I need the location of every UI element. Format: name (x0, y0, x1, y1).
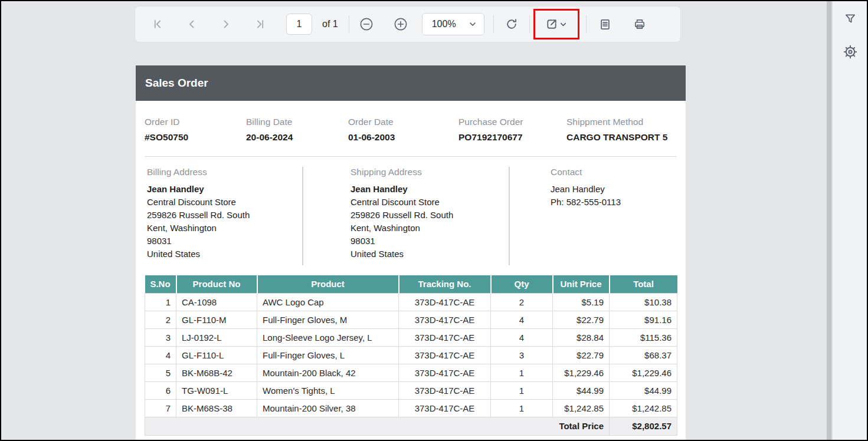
first-page-icon (152, 18, 163, 30)
header-unit-price: Unit Price (553, 275, 610, 293)
table-cell: 3 (491, 346, 553, 364)
table-cell: 373D-417C-AE (399, 364, 491, 381)
chevron-down-icon (559, 21, 567, 28)
table-cell: 4 (145, 346, 176, 364)
table-cell: LJ-0192-L (176, 328, 257, 346)
table-cell: Full-Finger Gloves, M (257, 311, 399, 328)
parameters-side-panel (833, 1, 868, 440)
table-cell: $1,229.46 (610, 364, 677, 381)
settings-button[interactable] (833, 39, 868, 65)
table-row: 2 GL-F110-M Full-Finger Gloves, M 373D-4… (145, 311, 677, 328)
refresh-button[interactable] (501, 14, 522, 35)
order-date-field: Order Date 01-06-2003 (348, 117, 458, 143)
zoom-in-icon (394, 17, 408, 31)
zoom-level-value: 100% (432, 19, 456, 29)
print-button[interactable] (629, 14, 650, 35)
previous-page-button[interactable] (181, 14, 202, 35)
total-price-value: $2,802.57 (610, 417, 677, 435)
report-title: Sales Order (145, 77, 208, 90)
table-cell: Full-Finger Gloves, L (257, 346, 399, 364)
order-date-label: Order Date (348, 117, 458, 127)
table-cell: Women's Tights, L (257, 381, 399, 399)
table-cell: 373D-417C-AE (399, 399, 491, 417)
previous-page-icon (186, 18, 198, 30)
table-cell: $10.38 (610, 293, 677, 311)
shipping-address-line: Central Discount Store (351, 196, 509, 209)
toolbar-separator (349, 15, 349, 33)
last-page-button[interactable] (250, 14, 271, 35)
filter-icon (844, 12, 857, 25)
header-tracking-no: Tracking No. (399, 275, 491, 293)
table-cell: $22.79 (553, 311, 610, 328)
toolbar-separator (493, 15, 494, 33)
table-cell: Mountain-200 Silver, 38 (257, 399, 399, 417)
table-cell: 2 (145, 311, 176, 328)
addresses-row: Billing Address Jean Handley Central Dis… (136, 157, 686, 265)
table-cell: 373D-417C-AE (399, 328, 491, 346)
chevron-down-icon (469, 20, 477, 28)
billing-address-block: Billing Address Jean Handley Central Dis… (145, 167, 302, 265)
table-cell: GL-F110-L (176, 346, 257, 364)
export-icon (545, 18, 558, 31)
line-items-table: S.No Product No Product Tracking No. Qty… (145, 275, 677, 436)
table-cell: $1,242.85 (610, 399, 677, 417)
order-date-value: 01-06-2003 (348, 132, 458, 143)
first-page-button[interactable] (147, 14, 168, 35)
order-id-field: Order ID #SO50750 (145, 117, 246, 143)
table-row: 6 TG-W091-L Women's Tights, L 373D-417C-… (145, 381, 677, 399)
shipping-address-name: Jean Handley (351, 183, 509, 196)
order-id-label: Order ID (145, 117, 246, 127)
table-cell: $68.37 (610, 346, 677, 364)
last-page-icon (254, 18, 266, 30)
zoom-in-button[interactable] (390, 14, 411, 35)
gear-icon (843, 45, 857, 59)
header-qty: Qty (491, 275, 553, 293)
table-cell: BK-M68S-38 (176, 399, 257, 417)
table-cell: $44.99 (553, 381, 610, 399)
table-cell: 1 (491, 399, 553, 417)
shipment-method-value: CARGO TRANSPORT 5 (566, 132, 677, 143)
report-viewer: of 1 100% (0, 0, 868, 441)
total-price-label: Total Price (145, 417, 610, 435)
next-page-button[interactable] (215, 14, 237, 35)
contact-label: Contact (551, 167, 677, 177)
table-cell: $1,229.46 (553, 364, 610, 381)
table-cell: $44.99 (610, 381, 677, 399)
table-cell: $115.36 (610, 328, 677, 346)
billing-address-line: United States (147, 248, 302, 261)
page-setup-button[interactable] (595, 14, 616, 35)
vertical-scrollbar[interactable] (826, 1, 833, 440)
toolbar-separator (586, 15, 587, 33)
shipment-method-field: Shippment Method CARGO TRANSPORT 5 (566, 117, 677, 143)
report-header-band: Sales Order (136, 65, 686, 101)
shipping-address-block: Shipping Address Jean Handley Central Di… (302, 167, 509, 265)
table-cell: $91.16 (610, 311, 677, 328)
table-cell: GL-F110-M (176, 311, 257, 328)
table-cell: 7 (145, 399, 176, 417)
filter-button[interactable] (833, 6, 868, 32)
shipping-address-label: Shipping Address (351, 167, 509, 177)
table-cell: 3 (145, 328, 176, 346)
billing-address-name: Jean Handley (147, 183, 302, 196)
billing-address-label: Billing Address (147, 167, 302, 177)
billing-address-line: 98031 (147, 235, 302, 248)
export-button-highlighted[interactable] (533, 9, 579, 40)
zoom-out-button[interactable] (356, 14, 377, 35)
purchase-order-value: PO7192170677 (458, 132, 566, 143)
purchase-order-label: Purchase Order (458, 117, 566, 127)
table-cell: 4 (491, 311, 553, 328)
header-product: Product (257, 275, 399, 293)
viewer-toolbar: of 1 100% (135, 6, 681, 42)
table-cell: 2 (491, 293, 553, 311)
header-product-no: Product No (176, 275, 257, 293)
header-sno: S.No (145, 275, 176, 293)
table-cell: AWC Logo Cap (257, 293, 399, 311)
contact-name: Jean Handley (551, 183, 677, 196)
shipping-address-line: United States (351, 248, 509, 261)
zoom-level-select[interactable]: 100% (422, 13, 484, 35)
table-cell: 1 (491, 381, 553, 399)
table-row: 5 BK-M68B-42 Mountain-200 Black, 42 373D… (145, 364, 677, 381)
table-cell: $28.84 (553, 328, 610, 346)
table-row: 4 GL-F110-L Full-Finger Gloves, L 373D-4… (145, 346, 677, 364)
page-number-input[interactable] (286, 14, 312, 35)
